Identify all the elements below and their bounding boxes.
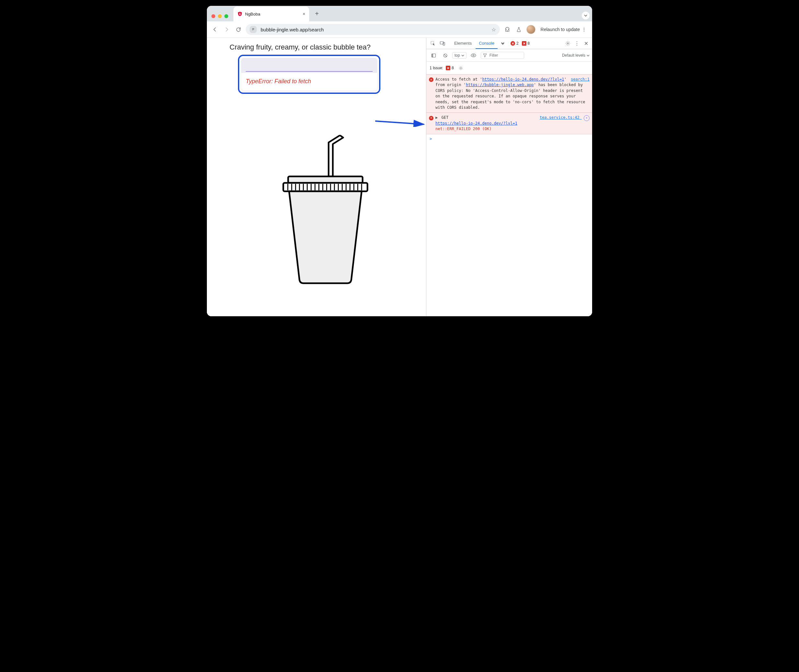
tab-title: NgBoba — [245, 12, 260, 16]
relaunch-button[interactable]: Relaunch to update ⋮ — [539, 26, 588, 34]
window-minimize-button[interactable] — [218, 14, 222, 18]
svg-line-0 — [375, 121, 424, 124]
warning-count-badge[interactable]: ✕ 8 — [522, 41, 530, 46]
console-entry-cors-error[interactable]: ✕ search:1 Access to fetch at 'https://h… — [426, 74, 592, 113]
network-status: net::ERR_FAILED 200 (OK) — [436, 126, 492, 131]
svg-point-26 — [567, 43, 568, 44]
execution-context-label: top — [455, 53, 460, 58]
angular-icon — [237, 11, 242, 16]
page-heading: Craving fruity, creamy, or classic bubbl… — [229, 43, 421, 51]
highlight-frame: TypeError: Failed to fetch — [238, 55, 380, 94]
site-settings-icon[interactable] — [250, 26, 257, 33]
source-link[interactable]: tea.service.ts:42 ✦ — [540, 115, 589, 121]
error-icon: ✕ — [429, 77, 434, 82]
disclosure-triangle-icon[interactable]: ▶ — [436, 115, 438, 120]
inspect-element-icon[interactable] — [428, 39, 437, 48]
window-close-button[interactable] — [211, 14, 215, 18]
new-tab-button[interactable]: + — [312, 8, 322, 21]
search-input[interactable] — [246, 62, 373, 72]
page-content: Craving fruity, creamy, or classic bubbl… — [207, 38, 426, 316]
error-count-badge[interactable]: ✕ 2 — [511, 41, 519, 46]
error-icon: ✕ — [511, 41, 515, 46]
svg-point-32 — [460, 67, 462, 69]
error-count: 2 — [516, 41, 519, 46]
url-bar[interactable]: ☆ — [246, 24, 500, 35]
browser-window: NgBoba × + ☆ — [207, 6, 592, 316]
console-toolbar: top Default levels — [426, 49, 592, 62]
window-maximize-button[interactable] — [224, 14, 228, 18]
forward-button[interactable] — [223, 25, 231, 34]
search-field-wrap — [241, 58, 377, 73]
error-message: TypeError: Failed to fetch — [241, 73, 377, 91]
url-input[interactable] — [260, 27, 488, 33]
boba-cup-illustration — [229, 133, 421, 285]
svg-rect-28 — [432, 54, 433, 57]
annotation-arrow — [375, 117, 426, 127]
reload-button[interactable] — [234, 25, 242, 34]
issues-bar: 1 Issue: ✕ 8 — [426, 62, 592, 74]
tab-strip: NgBoba × + — [207, 6, 592, 21]
source-link[interactable]: search:1 — [571, 77, 589, 82]
console-filter[interactable] — [481, 52, 524, 59]
ai-explain-icon[interactable]: ✦ — [584, 115, 589, 121]
live-expression-eye-icon[interactable] — [469, 51, 478, 60]
issue-icon: ✕ — [446, 66, 450, 70]
console-entry-network-error[interactable]: ✕ tea.service.ts:42 ✦ ▶ GET https://hell… — [426, 113, 592, 134]
svg-line-30 — [444, 54, 447, 57]
svg-rect-25 — [443, 42, 445, 45]
console-sidebar-toggle-icon[interactable] — [429, 51, 438, 60]
log-url-link[interactable]: https://hello-io-24.deno.dev/?lvl=1 — [482, 77, 564, 82]
browser-tab-active[interactable]: NgBoba × — [234, 6, 309, 21]
bookmark-star-icon[interactable]: ☆ — [492, 27, 496, 33]
device-toolbar-icon[interactable] — [438, 39, 447, 48]
log-levels-select[interactable]: Default levels — [562, 53, 589, 58]
more-tabs-chevron-icon[interactable] — [498, 39, 507, 48]
log-levels-label: Default levels — [562, 53, 585, 58]
log-url-link[interactable]: https://bubble-jingle.web.app — [466, 83, 534, 87]
search-card: TypeError: Failed to fetch — [241, 58, 377, 91]
issues-badge[interactable]: ✕ 8 — [446, 66, 454, 70]
clear-console-icon[interactable] — [440, 51, 450, 60]
issues-count: 8 — [452, 66, 454, 70]
execution-context-select[interactable]: top — [452, 52, 466, 59]
issues-settings-icon[interactable] — [456, 64, 466, 72]
window-controls — [211, 14, 228, 21]
devtools-kebab-icon[interactable]: ⋮ — [573, 39, 581, 48]
devtools-tab-bar: Elements Console ✕ 2 ✕ 8 — [426, 38, 592, 49]
devtools-close-button[interactable]: ✕ — [582, 39, 590, 48]
devtools-panel: Elements Console ✕ 2 ✕ 8 — [426, 38, 592, 316]
kebab-icon: ⋮ — [582, 27, 586, 32]
issue-icon: ✕ — [522, 41, 527, 46]
back-button[interactable] — [211, 25, 219, 34]
tab-close-button[interactable]: × — [303, 11, 305, 16]
log-url-link[interactable]: https://hello-io-24.deno.dev/?lvl=1 — [436, 121, 517, 126]
profile-avatar[interactable] — [527, 25, 535, 34]
devtools-settings-icon[interactable] — [564, 39, 572, 48]
console-filter-input[interactable] — [489, 53, 516, 58]
log-text: Access to fetch at ' — [436, 77, 482, 82]
viewport: Craving fruity, creamy, or classic bubbl… — [207, 38, 592, 316]
error-icon: ✕ — [429, 116, 434, 120]
svg-rect-1 — [288, 176, 363, 183]
browser-toolbar: ☆ Relaunch to update ⋮ — [207, 21, 592, 38]
chevron-down-icon[interactable] — [582, 12, 589, 19]
extensions-icon[interactable] — [503, 25, 511, 34]
http-method: GET — [441, 115, 448, 120]
console-log: ✕ search:1 Access to fetch at 'https://h… — [426, 74, 592, 144]
svg-point-31 — [473, 55, 474, 56]
relaunch-label: Relaunch to update — [541, 27, 580, 32]
issues-label: 1 Issue: — [430, 66, 443, 70]
labs-flask-icon[interactable] — [515, 25, 523, 34]
warning-count: 8 — [528, 41, 530, 46]
devtools-tab-console[interactable]: Console — [476, 38, 498, 49]
filter-funnel-icon — [483, 53, 487, 57]
devtools-tab-elements[interactable]: Elements — [451, 38, 475, 49]
console-prompt[interactable]: > — [426, 134, 592, 144]
